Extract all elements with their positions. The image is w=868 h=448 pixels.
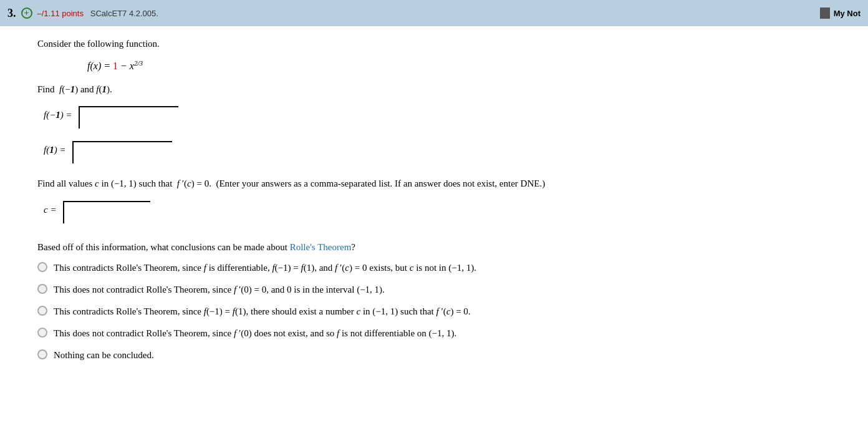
source-label: SCalcET7 4.2.005. xyxy=(90,9,158,18)
constant-1: 1 xyxy=(113,61,118,71)
option-2-text: This does not contradict Rolle's Theorem… xyxy=(54,283,385,296)
points-info: –/1.11 points SCalcET7 4.2.005. xyxy=(37,9,158,18)
option-4-text: This does not contradict Rolle's Theorem… xyxy=(54,327,456,340)
option-2-radio[interactable] xyxy=(37,284,47,294)
f-1-label: f(1) = xyxy=(44,141,66,155)
c-input[interactable] xyxy=(63,201,150,223)
plus-icon[interactable]: + xyxy=(21,7,32,19)
intro-text: Consider the following function. xyxy=(37,39,160,49)
option-3-radio[interactable] xyxy=(37,306,47,316)
option-4-row: This does not contradict Rolle's Theorem… xyxy=(37,327,843,340)
option-2-row: This does not contradict Rolle's Theorem… xyxy=(37,283,843,296)
rolles-question: Based off of this information, what conc… xyxy=(37,242,843,253)
rolles-theorem-link[interactable]: Rolle's Theorem xyxy=(290,242,352,252)
option-5-text: Nothing can be concluded. xyxy=(54,349,154,362)
points-value: –/1.11 points xyxy=(37,9,84,18)
option-1-row: This contradicts Rolle's Theorem, since … xyxy=(37,261,843,275)
option-4-radio[interactable] xyxy=(37,328,47,338)
problem-intro: Consider the following function. xyxy=(37,39,843,49)
c-input-row: c = xyxy=(44,201,843,223)
notes-icon xyxy=(820,7,830,19)
header-bar: 3. + –/1.11 points SCalcET7 4.2.005. My … xyxy=(0,0,868,26)
rolles-section: Based off of this information, what conc… xyxy=(37,242,843,362)
function-display: f(x) = 1 − x2/3 xyxy=(87,59,843,72)
f-1-row: f(1) = xyxy=(44,141,843,163)
option-1-radio[interactable] xyxy=(37,262,47,272)
option-3-text: This contradicts Rolle's Theorem, since … xyxy=(54,305,471,318)
find-c-section: Find all values c in (−1, 1) such that f… xyxy=(37,176,843,223)
option-5-row: Nothing can be concluded. xyxy=(37,349,843,362)
option-5-radio[interactable] xyxy=(37,349,47,359)
question-number: 3. xyxy=(7,7,16,20)
f-neg1-label: f(−1) = xyxy=(44,106,72,120)
find-instruction: Find f(−1) and f(1). xyxy=(37,84,843,95)
option-1-text: This contradicts Rolle's Theorem, since … xyxy=(54,261,476,275)
function-text: f(x) = 1 − x2/3 xyxy=(87,61,143,71)
content-area: Consider the following function. f(x) = … xyxy=(0,26,868,383)
option-3-row: This contradicts Rolle's Theorem, since … xyxy=(37,305,843,318)
my-notes-label[interactable]: My Not xyxy=(834,9,861,18)
f-1-input[interactable] xyxy=(72,141,172,163)
f-neg1-input[interactable] xyxy=(79,106,178,129)
f-neg1-row: f(−1) = xyxy=(44,106,843,129)
header-left: 3. + –/1.11 points SCalcET7 4.2.005. xyxy=(7,7,158,20)
find-c-text: Find all values c in (−1, 1) such that f… xyxy=(37,176,843,191)
header-right: My Not xyxy=(820,7,861,19)
c-label: c = xyxy=(44,201,57,215)
